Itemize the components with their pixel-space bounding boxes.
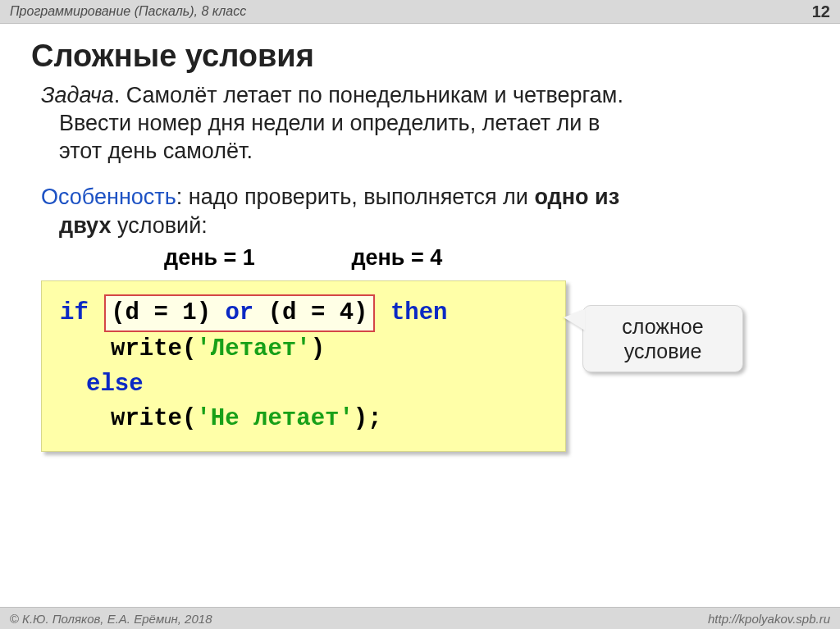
code-wrap: if (d = 1) or (d = 4) then write('Летает… <box>41 280 566 451</box>
feature-bold1: одно из <box>534 185 619 209</box>
callout: сложное условие <box>582 305 743 372</box>
task-line1: . Самолёт летает по понедельникам и четв… <box>114 83 623 107</box>
write2-str: 'Не летает' <box>196 405 353 432</box>
condition-1: день = 1 <box>164 245 255 270</box>
callout-line1: сложное <box>622 315 703 338</box>
feature-bold2: двух <box>59 213 111 238</box>
write1-a: write( <box>111 335 196 362</box>
copyright-icon: © <box>10 612 19 626</box>
feature-rest2: условий: <box>111 213 207 238</box>
conditions-row: день = 1 день = 4 <box>164 245 815 271</box>
feature-label: Особенность <box>41 185 176 209</box>
slide: Программирование (Паскаль), 8 класс 12 С… <box>0 0 840 629</box>
kw-then: then <box>390 299 448 326</box>
footer-authors: К.Ю. Поляков, Е.А. Ерёмин, 2018 <box>22 612 212 626</box>
condition-highlight: (d = 1) or (d = 4) <box>104 294 374 332</box>
task-line3: этот день самолёт. <box>41 138 810 166</box>
task-text: Задача. Самолёт летает по понедельникам … <box>41 82 810 165</box>
code-line-1: if (d = 1) or (d = 4) then <box>60 294 547 332</box>
code-line-3: else <box>60 367 547 402</box>
header-title: Программирование (Паскаль), 8 класс <box>10 4 246 19</box>
write1-str: 'Летает' <box>196 335 310 362</box>
slide-title: Сложные условия <box>31 39 815 74</box>
feature-rest1: : надо проверить, выполняется ли <box>176 185 535 209</box>
task-label: Задача <box>41 83 114 107</box>
kw-or: or <box>225 299 253 326</box>
code-line-4: write('Не летает'); <box>60 402 547 436</box>
task-line2: Ввести номер дня недели и определить, ле… <box>41 110 810 138</box>
callout-line2: условие <box>624 340 702 362</box>
write1-b: ) <box>311 335 325 362</box>
cond-left: (d = 1) <box>111 299 225 326</box>
kw-if: if <box>60 299 89 326</box>
page-number: 12 <box>812 2 830 21</box>
cond-right: (d = 4) <box>253 299 368 326</box>
condition-2: день = 4 <box>351 245 442 270</box>
code-line-2: write('Летает') <box>60 332 547 367</box>
write2-b: ); <box>354 405 382 432</box>
write2-a: write( <box>111 405 196 432</box>
footer-bar: ©К.Ю. Поляков, Е.А. Ерёмин, 2018 http://… <box>0 607 840 629</box>
footer-copyright: ©К.Ю. Поляков, Е.А. Ерёмин, 2018 <box>10 612 212 626</box>
content: Сложные условия Задача. Самолёт летает п… <box>0 24 840 452</box>
code-box: if (d = 1) or (d = 4) then write('Летает… <box>41 280 566 451</box>
header-bar: Программирование (Паскаль), 8 класс 12 <box>0 0 840 24</box>
feature-text: Особенность: надо проверить, выполняется… <box>41 183 810 240</box>
footer-url: http://kpolyakov.spb.ru <box>708 612 830 626</box>
kw-else: else <box>86 371 144 398</box>
